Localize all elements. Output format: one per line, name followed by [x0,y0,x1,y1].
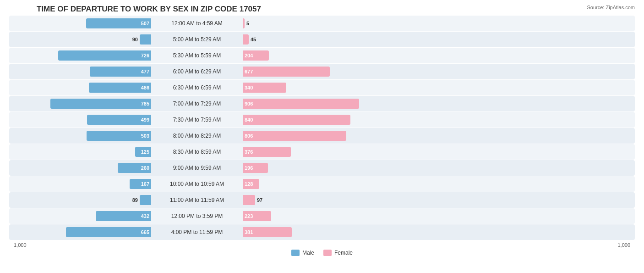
chart-row: 905:00 AM to 5:29 AM45 [9,32,635,47]
chart-row: 7857:00 AM to 7:29 AM906 [9,96,635,111]
male-value-inside: 260 [141,165,149,171]
female-bar [243,195,255,205]
female-bar: 223 [243,211,271,221]
time-label: 8:00 AM to 8:29 AM [151,133,243,139]
left-section: 507 [9,16,151,31]
male-value-inside: 785 [141,101,149,106]
male-bar: 125 [135,147,151,157]
right-section: 906 [243,96,385,111]
chart-legend: Male Female [9,250,635,256]
left-bar-wrapper: 726 [18,50,151,61]
right-bar-wrapper: 906 [243,99,376,109]
male-bar: 665 [66,227,151,237]
chart-row: 1258:30 AM to 8:59 AM376 [9,144,635,160]
chart-row: 7265:30 AM to 5:59 AM204 [9,48,635,63]
right-section: 677 [243,64,385,79]
time-label: 6:00 AM to 6:29 AM [151,68,243,75]
legend-male: Male [291,250,314,256]
right-bar-wrapper: 223 [243,211,376,221]
time-label: 5:30 AM to 5:59 AM [151,52,243,59]
female-value-inside: 204 [245,53,253,58]
female-value-inside: 381 [245,229,253,235]
time-label: 12:00 AM to 4:59 AM [151,20,243,27]
left-section: 90 [9,32,151,47]
male-bar: 507 [86,18,151,28]
male-value-inside: 486 [141,85,149,90]
male-value-inside: 726 [141,53,149,58]
male-value-inside: 125 [141,149,149,155]
male-bar: 477 [90,67,151,77]
left-bar-wrapper: 665 [18,227,151,237]
right-section: 196 [243,160,385,176]
axis-labels: 1,000 1,000 [9,240,635,248]
time-label: 7:30 AM to 7:59 AM [151,117,243,123]
right-bar-wrapper: 677 [243,67,376,77]
male-bar [140,195,151,205]
male-value: 90 [132,37,138,42]
time-label: 4:00 PM to 11:59 PM [151,229,243,235]
left-section: 726 [9,48,151,63]
time-label: 5:00 AM to 5:29 AM [151,36,243,43]
left-section: 89 [9,192,151,208]
right-bar-wrapper: 45 [243,34,376,45]
male-value-inside: 507 [141,21,149,26]
left-section: 665 [9,224,151,240]
time-label: 6:30 AM to 6:59 AM [151,84,243,91]
left-bar-wrapper: 785 [18,99,151,109]
chart-row: 16710:00 AM to 10:59 AM128 [9,176,635,192]
left-section: 503 [9,128,151,144]
female-value-inside: 196 [245,165,253,171]
chart-row: 50712:00 AM to 4:59 AM5 [9,16,635,31]
legend-male-icon [291,250,300,256]
left-bar-wrapper: 486 [18,83,151,93]
chart-row: 4776:00 AM to 6:29 AM677 [9,64,635,79]
male-bar: 503 [87,131,151,141]
right-section: 381 [243,224,385,240]
female-value: 45 [251,37,256,42]
right-bar-wrapper: 340 [243,83,376,93]
right-section: 97 [243,192,385,208]
male-bar: 486 [89,83,151,93]
female-value-inside: 128 [245,181,253,187]
left-bar-wrapper: 477 [18,67,151,77]
female-bar [243,18,245,28]
male-value: 89 [132,197,138,203]
female-value-inside: 840 [245,117,253,123]
right-section: 204 [243,48,385,63]
right-bar-wrapper: 196 [243,163,376,173]
time-label: 9:00 AM to 9:59 AM [151,165,243,171]
axis-right-label: 1,000 [493,242,635,248]
axis-center-spacer [276,242,368,248]
left-section: 785 [9,96,151,111]
left-bar-wrapper: 507 [18,18,151,28]
left-section: 167 [9,176,151,192]
left-bar-wrapper: 503 [18,131,151,141]
female-bar: 340 [243,83,286,93]
female-bar: 677 [243,67,330,77]
left-bar-wrapper: 432 [18,211,151,221]
female-bar: 840 [243,115,350,125]
chart-row: 6654:00 PM to 11:59 PM381 [9,224,635,240]
axis-left-label: 1,000 [9,242,151,248]
right-bar-wrapper: 840 [243,115,376,125]
time-label: 12:00 PM to 3:59 PM [151,213,243,219]
time-label: 7:00 AM to 7:29 AM [151,100,243,107]
chart-title: TIME OF DEPARTURE TO WORK BY SEX IN ZIP … [9,5,635,14]
male-bar: 499 [87,115,151,125]
chart-row: 4997:30 AM to 7:59 AM840 [9,112,635,128]
female-bar: 381 [243,227,292,237]
chart-container: TIME OF DEPARTURE TO WORK BY SEX IN ZIP … [0,0,644,273]
right-bar-wrapper: 5 [243,18,376,28]
legend-female: Female [323,250,353,256]
male-value-inside: 503 [141,133,149,139]
male-bar: 432 [96,211,151,221]
right-section: 128 [243,176,385,192]
right-bar-wrapper: 128 [243,179,376,189]
left-section: 486 [9,80,151,95]
chart-row: 43212:00 PM to 3:59 PM223 [9,208,635,224]
female-bar: 806 [243,131,346,141]
time-label: 10:00 AM to 10:59 AM [151,181,243,187]
chart-row: 8911:00 AM to 11:59 AM97 [9,192,635,208]
left-bar-wrapper: 125 [18,147,151,157]
right-section: 376 [243,144,385,160]
